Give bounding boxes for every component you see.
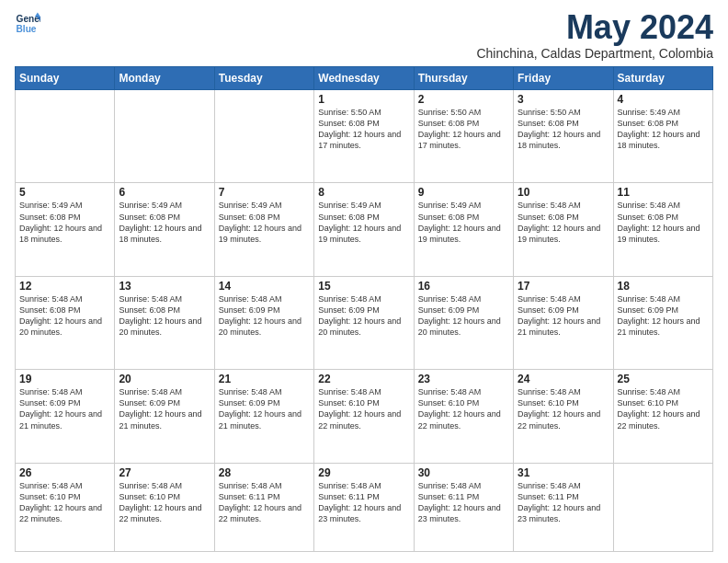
col-thursday: Thursday bbox=[414, 67, 513, 90]
day-cell: 17Sunrise: 5:48 AM Sunset: 6:09 PM Dayli… bbox=[514, 276, 613, 369]
week-row-1: 5Sunrise: 5:49 AM Sunset: 6:08 PM Daylig… bbox=[16, 183, 713, 276]
day-number: 14 bbox=[219, 280, 310, 293]
day-number: 9 bbox=[418, 186, 509, 199]
day-cell: 31Sunrise: 5:48 AM Sunset: 6:11 PM Dayli… bbox=[514, 463, 613, 552]
logo: General Blue bbox=[15, 11, 40, 37]
day-number: 19 bbox=[19, 373, 110, 385]
day-info: Sunrise: 5:49 AM Sunset: 6:08 PM Dayligh… bbox=[219, 200, 310, 245]
col-friday: Friday bbox=[514, 67, 613, 90]
day-info: Sunrise: 5:48 AM Sunset: 6:09 PM Dayligh… bbox=[518, 293, 609, 339]
day-number: 15 bbox=[318, 280, 409, 293]
day-number: 27 bbox=[119, 466, 210, 479]
day-cell: 22Sunrise: 5:48 AM Sunset: 6:10 PM Dayli… bbox=[314, 370, 414, 463]
day-info: Sunrise: 5:48 AM Sunset: 6:09 PM Dayligh… bbox=[19, 386, 110, 431]
svg-text:Blue: Blue bbox=[17, 24, 37, 34]
day-cell: 9Sunrise: 5:49 AM Sunset: 6:08 PM Daylig… bbox=[414, 183, 513, 276]
day-number: 18 bbox=[618, 280, 709, 293]
day-number: 13 bbox=[119, 280, 210, 293]
day-number: 29 bbox=[318, 466, 409, 479]
day-info: Sunrise: 5:48 AM Sunset: 6:10 PM Dayligh… bbox=[418, 386, 509, 431]
day-number: 26 bbox=[19, 466, 110, 479]
day-cell: 20Sunrise: 5:48 AM Sunset: 6:09 PM Dayli… bbox=[115, 370, 214, 463]
day-cell: 19Sunrise: 5:48 AM Sunset: 6:09 PM Dayli… bbox=[16, 370, 115, 463]
day-number: 24 bbox=[518, 373, 609, 385]
day-cell: 5Sunrise: 5:49 AM Sunset: 6:08 PM Daylig… bbox=[16, 183, 115, 276]
day-cell: 13Sunrise: 5:48 AM Sunset: 6:08 PM Dayli… bbox=[115, 276, 214, 369]
day-info: Sunrise: 5:48 AM Sunset: 6:08 PM Dayligh… bbox=[618, 200, 709, 245]
day-info: Sunrise: 5:48 AM Sunset: 6:09 PM Dayligh… bbox=[318, 293, 409, 339]
day-cell: 6Sunrise: 5:49 AM Sunset: 6:08 PM Daylig… bbox=[115, 183, 214, 276]
col-monday: Monday bbox=[115, 67, 214, 90]
day-cell: 16Sunrise: 5:48 AM Sunset: 6:09 PM Dayli… bbox=[414, 276, 513, 369]
day-cell: 24Sunrise: 5:48 AM Sunset: 6:10 PM Dayli… bbox=[514, 370, 613, 463]
page: General Blue May 2024 Chinchina, Caldas … bbox=[0, 0, 728, 563]
day-info: Sunrise: 5:48 AM Sunset: 6:10 PM Dayligh… bbox=[119, 480, 210, 525]
day-info: Sunrise: 5:49 AM Sunset: 6:08 PM Dayligh… bbox=[318, 200, 409, 245]
day-info: Sunrise: 5:48 AM Sunset: 6:11 PM Dayligh… bbox=[418, 480, 509, 525]
header-row: Sunday Monday Tuesday Wednesday Thursday… bbox=[16, 67, 713, 90]
day-info: Sunrise: 5:49 AM Sunset: 6:08 PM Dayligh… bbox=[418, 200, 509, 245]
day-info: Sunrise: 5:48 AM Sunset: 6:08 PM Dayligh… bbox=[19, 293, 110, 339]
col-saturday: Saturday bbox=[613, 67, 712, 90]
week-row-2: 12Sunrise: 5:48 AM Sunset: 6:08 PM Dayli… bbox=[16, 276, 713, 369]
day-cell: 25Sunrise: 5:48 AM Sunset: 6:10 PM Dayli… bbox=[613, 370, 712, 463]
day-cell bbox=[16, 90, 115, 183]
day-number: 16 bbox=[418, 280, 509, 293]
day-cell: 1Sunrise: 5:50 AM Sunset: 6:08 PM Daylig… bbox=[314, 90, 414, 183]
day-cell: 23Sunrise: 5:48 AM Sunset: 6:10 PM Dayli… bbox=[414, 370, 513, 463]
week-row-4: 26Sunrise: 5:48 AM Sunset: 6:10 PM Dayli… bbox=[16, 463, 713, 552]
main-title: May 2024 bbox=[476, 11, 713, 44]
day-cell: 30Sunrise: 5:48 AM Sunset: 6:11 PM Dayli… bbox=[414, 463, 513, 552]
day-cell: 14Sunrise: 5:48 AM Sunset: 6:09 PM Dayli… bbox=[214, 276, 313, 369]
day-info: Sunrise: 5:48 AM Sunset: 6:10 PM Dayligh… bbox=[518, 386, 609, 431]
day-number: 28 bbox=[219, 466, 310, 479]
day-number: 30 bbox=[418, 466, 509, 479]
header: General Blue May 2024 Chinchina, Caldas … bbox=[15, 11, 713, 61]
day-number: 4 bbox=[618, 93, 709, 106]
day-info: Sunrise: 5:48 AM Sunset: 6:11 PM Dayligh… bbox=[318, 480, 409, 525]
week-row-0: 1Sunrise: 5:50 AM Sunset: 6:08 PM Daylig… bbox=[16, 90, 713, 183]
col-tuesday: Tuesday bbox=[214, 67, 313, 90]
col-sunday: Sunday bbox=[16, 67, 115, 90]
day-info: Sunrise: 5:48 AM Sunset: 6:10 PM Dayligh… bbox=[618, 386, 709, 431]
title-block: May 2024 Chinchina, Caldas Department, C… bbox=[476, 11, 713, 61]
day-number: 1 bbox=[318, 93, 409, 106]
day-number: 22 bbox=[318, 373, 409, 385]
subtitle: Chinchina, Caldas Department, Colombia bbox=[476, 46, 713, 61]
day-cell: 12Sunrise: 5:48 AM Sunset: 6:08 PM Dayli… bbox=[16, 276, 115, 369]
day-number: 10 bbox=[518, 186, 609, 199]
day-cell: 27Sunrise: 5:48 AM Sunset: 6:10 PM Dayli… bbox=[115, 463, 214, 552]
logo-icon: General Blue bbox=[15, 11, 40, 37]
day-cell bbox=[613, 463, 712, 552]
day-cell: 11Sunrise: 5:48 AM Sunset: 6:08 PM Dayli… bbox=[613, 183, 712, 276]
day-info: Sunrise: 5:48 AM Sunset: 6:09 PM Dayligh… bbox=[219, 386, 310, 431]
day-info: Sunrise: 5:50 AM Sunset: 6:08 PM Dayligh… bbox=[318, 107, 409, 152]
day-info: Sunrise: 5:48 AM Sunset: 6:09 PM Dayligh… bbox=[618, 293, 709, 339]
day-cell: 7Sunrise: 5:49 AM Sunset: 6:08 PM Daylig… bbox=[214, 183, 313, 276]
day-cell: 4Sunrise: 5:49 AM Sunset: 6:08 PM Daylig… bbox=[613, 90, 712, 183]
day-number: 7 bbox=[219, 186, 310, 199]
calendar-table: Sunday Monday Tuesday Wednesday Thursday… bbox=[15, 66, 713, 552]
day-info: Sunrise: 5:48 AM Sunset: 6:09 PM Dayligh… bbox=[219, 293, 310, 339]
day-number: 8 bbox=[318, 186, 409, 199]
day-info: Sunrise: 5:48 AM Sunset: 6:08 PM Dayligh… bbox=[518, 200, 609, 245]
day-number: 6 bbox=[119, 186, 210, 199]
day-cell: 28Sunrise: 5:48 AM Sunset: 6:11 PM Dayli… bbox=[214, 463, 313, 552]
day-cell bbox=[115, 90, 214, 183]
day-info: Sunrise: 5:48 AM Sunset: 6:08 PM Dayligh… bbox=[119, 293, 210, 339]
day-number: 3 bbox=[518, 93, 609, 106]
day-info: Sunrise: 5:50 AM Sunset: 6:08 PM Dayligh… bbox=[418, 107, 509, 152]
day-info: Sunrise: 5:48 AM Sunset: 6:10 PM Dayligh… bbox=[318, 386, 409, 431]
week-row-3: 19Sunrise: 5:48 AM Sunset: 6:09 PM Dayli… bbox=[16, 370, 713, 463]
day-number: 23 bbox=[418, 373, 509, 385]
day-info: Sunrise: 5:49 AM Sunset: 6:08 PM Dayligh… bbox=[19, 200, 110, 245]
day-cell: 15Sunrise: 5:48 AM Sunset: 6:09 PM Dayli… bbox=[314, 276, 414, 369]
day-info: Sunrise: 5:48 AM Sunset: 6:11 PM Dayligh… bbox=[219, 480, 310, 525]
day-cell: 2Sunrise: 5:50 AM Sunset: 6:08 PM Daylig… bbox=[414, 90, 513, 183]
day-info: Sunrise: 5:49 AM Sunset: 6:08 PM Dayligh… bbox=[119, 200, 210, 245]
day-number: 21 bbox=[219, 373, 310, 385]
day-info: Sunrise: 5:49 AM Sunset: 6:08 PM Dayligh… bbox=[618, 107, 709, 152]
day-number: 12 bbox=[19, 280, 110, 293]
day-info: Sunrise: 5:48 AM Sunset: 6:10 PM Dayligh… bbox=[19, 480, 110, 525]
day-info: Sunrise: 5:48 AM Sunset: 6:09 PM Dayligh… bbox=[119, 386, 210, 431]
